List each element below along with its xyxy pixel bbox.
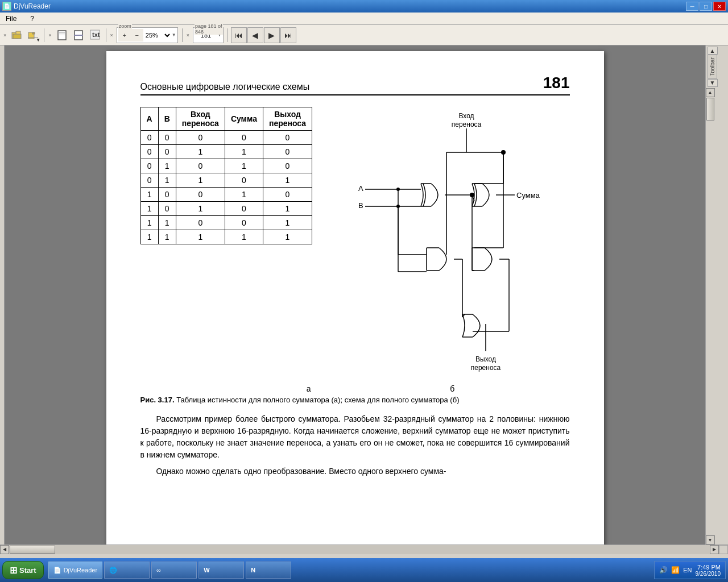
circuit-diagram: Вход переноса A B <box>353 107 540 380</box>
caption-labels: а б <box>140 384 570 393</box>
tray-network-icon[interactable]: 🔊 <box>659 566 668 574</box>
tray-date: 9/26/2010 <box>696 571 721 577</box>
maximize-button[interactable]: □ <box>700 2 712 11</box>
window-title: DjVuReader <box>14 2 51 10</box>
scroll-up-btn[interactable]: ▲ <box>706 88 715 97</box>
document-area[interactable]: Основные цифровые логические схемы 181 A… <box>5 45 705 544</box>
taskbar-app-3[interactable]: ∞ <box>151 562 197 579</box>
body-paragraph-2: Однако можно сделать одно преобразование… <box>140 465 570 477</box>
taskbar-app-word[interactable]: W <box>198 562 244 579</box>
table-row: 10101 <box>140 202 312 216</box>
sidebar-arrow-up[interactable]: ▲ <box>708 47 718 55</box>
last-page-btn[interactable]: ⏭ <box>280 27 296 43</box>
app-icon-3: ∞ <box>156 567 161 573</box>
table-row: 00110 <box>140 145 312 159</box>
col-b: B <box>158 107 176 131</box>
table-cell: 1 <box>140 216 158 230</box>
title-bar: 📄 DjVuReader ─ □ ✕ <box>0 0 728 13</box>
zoom-out-btn[interactable]: + <box>118 29 131 41</box>
right-sidebar: ▲ Toolbar ▼ <box>705 45 719 88</box>
start-label: Start <box>19 566 36 575</box>
prev-page-btn[interactable]: ◀ <box>247 27 263 43</box>
svg-text:Выход: Выход <box>475 355 496 363</box>
tray-volume-icon[interactable]: 📶 <box>671 566 680 574</box>
col-sum: Сумма <box>225 107 263 131</box>
svg-rect-7 <box>59 32 65 33</box>
tool-group-1: ▼ <box>9 27 41 43</box>
menu-bar: File ? <box>0 13 728 25</box>
table-cell: 0 <box>263 159 312 173</box>
table-cell: 0 <box>140 159 158 173</box>
open-button[interactable] <box>9 27 24 43</box>
table-cell: 0 <box>263 188 312 202</box>
svg-rect-11 <box>74 35 83 36</box>
table-cell: 1 <box>225 145 263 159</box>
table-cell: 0 <box>176 131 225 145</box>
minimize-button[interactable]: ─ <box>686 2 698 11</box>
table-cell: 0 <box>140 173 158 188</box>
table-cell: 1 <box>176 173 225 188</box>
sidebar-label[interactable]: Toolbar <box>708 55 717 79</box>
app-icon-word: W <box>204 567 209 573</box>
taskbar-app-djvu[interactable]: 📄 DjVuReader <box>48 562 103 579</box>
next-page-btn[interactable]: ▶ <box>264 27 280 43</box>
horizontal-scrollbar[interactable]: ◀ ▶ <box>0 544 728 554</box>
col-carry-in: Входпереноса <box>176 107 225 131</box>
table-cell: 1 <box>263 173 312 188</box>
svg-rect-2 <box>13 34 21 39</box>
table-cell: 1 <box>225 159 263 173</box>
view-text-btn[interactable]: txt <box>87 27 103 43</box>
app-icon-djvu: 📄 <box>53 567 61 574</box>
scroll-left-btn[interactable]: ◀ <box>0 545 9 554</box>
table-cell: 0 <box>140 131 158 145</box>
svg-rect-8 <box>59 34 65 34</box>
group2-close[interactable]: × <box>47 32 52 38</box>
nav-group: ⏮ ◀ ▶ ⏭ <box>231 27 296 43</box>
view-full-btn[interactable] <box>54 27 70 43</box>
tray-lang[interactable]: EN <box>683 567 692 573</box>
table-cell: 1 <box>263 202 312 216</box>
tray-clock[interactable]: 7:49 PM 9/26/2010 <box>696 564 721 577</box>
table-cell: 0 <box>176 188 225 202</box>
scroll-down-btn[interactable]: ▼ <box>706 535 715 544</box>
table-cell: 0 <box>263 131 312 145</box>
table-cell: 1 <box>225 230 263 244</box>
circuit-area: Вход переноса A B <box>324 107 569 380</box>
body-paragraph-1: Рассмотрим пример более быстрого суммато… <box>140 413 570 461</box>
table-cell: 1 <box>263 230 312 244</box>
group1-close[interactable]: × <box>2 32 7 38</box>
close-button[interactable]: ✕ <box>713 2 726 11</box>
page-label: page 181 of 846 <box>195 23 223 35</box>
menu-help[interactable]: ? <box>27 14 38 24</box>
zoom-select[interactable]: 25% 50% 100% <box>143 31 172 39</box>
svg-text:txt: txt <box>92 31 100 38</box>
scroll-track-v[interactable] <box>706 97 715 535</box>
table-cell: 0 <box>225 216 263 230</box>
tool-group-2: txt <box>54 27 103 43</box>
vertical-scrollbar[interactable]: ▲ ▼ <box>705 88 714 544</box>
scroll-thumb-h[interactable] <box>10 546 55 554</box>
zoom-close[interactable]: × <box>109 32 114 38</box>
window-controls: ─ □ ✕ <box>686 2 726 11</box>
table-section: A B Входпереноса Сумма Выходпереноса 000… <box>140 107 313 380</box>
col-carry-out: Выходпереноса <box>263 107 312 131</box>
scroll-thumb-v[interactable] <box>706 98 714 120</box>
taskbar-app-ie[interactable]: 🌐 <box>104 562 150 579</box>
scroll-right-btn[interactable]: ▶ <box>710 545 719 554</box>
svg-text:переноса: переноса <box>471 364 501 372</box>
view-fit-btn[interactable] <box>71 27 86 43</box>
menu-file[interactable]: File <box>2 14 20 24</box>
table-cell: 1 <box>158 173 176 188</box>
sidebar-arrow-down[interactable]: ▼ <box>708 79 718 87</box>
zoom-in-btn[interactable]: − <box>131 29 143 41</box>
taskbar-app-5[interactable]: N <box>246 562 291 579</box>
start-button[interactable]: ⊞ Start <box>2 561 44 579</box>
col-a: A <box>140 107 158 131</box>
scroll-track-h[interactable] <box>9 545 710 554</box>
page-close[interactable]: × <box>185 32 191 38</box>
svg-text:Сумма: Сумма <box>516 191 540 199</box>
table-row: 01101 <box>140 173 312 188</box>
title-bar-left: 📄 DjVuReader <box>2 2 51 11</box>
table-cell: 1 <box>140 230 158 244</box>
first-page-btn[interactable]: ⏮ <box>231 27 247 43</box>
